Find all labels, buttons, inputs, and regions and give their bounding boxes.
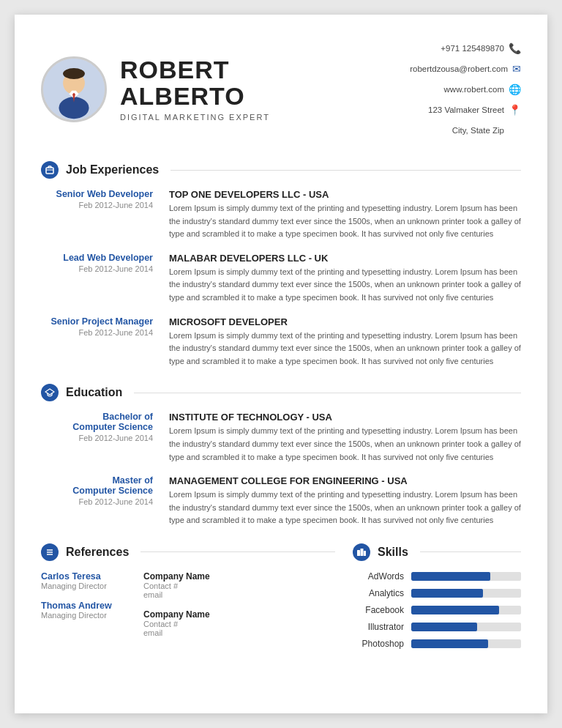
skills-header: Skills — [353, 543, 521, 561]
exp-role: Senior Web Developer — [41, 189, 153, 199]
references-divider — [140, 551, 335, 552]
edu-right: MANAGEMENT COLLEGE FOR ENGINEERING - USA… — [169, 475, 521, 527]
edu-date: Feb 2012-June 2014 — [41, 497, 153, 506]
ref-name: Thomas Andrew — [41, 601, 143, 611]
skill-bar-fill — [411, 589, 483, 598]
experience-item: Senior Web Developer Feb 2012-June 2014 … — [41, 189, 521, 241]
experience-section: Job Experiences Senior Web Developer Feb… — [41, 161, 521, 368]
experience-header: Job Experiences — [41, 161, 521, 179]
edu-role: Bachelor ofComputer Science — [41, 412, 153, 432]
skill-bar-bg — [411, 623, 521, 631]
refs-col-right: Company Name Contact # email Company Nam… — [143, 571, 335, 647]
edu-company: MANAGEMENT COLLEGE FOR ENGINEERING - USA — [169, 475, 521, 486]
phone-icon: 📞 — [509, 38, 521, 59]
phone-text: +971 125489870 — [441, 40, 504, 57]
exp-right: MALABAR DEVELOPERS LLC - UK Lorem Ipsum … — [169, 253, 521, 305]
experience-list: Senior Web Developer Feb 2012-June 2014 … — [41, 189, 521, 368]
experience-item: Lead Web Developer Feb 2012-June 2014 MA… — [41, 253, 521, 305]
address-row1: 123 Valmaker Street 📍 — [410, 100, 521, 120]
experience-item: Senior Project Manager Feb 2012-June 201… — [41, 316, 521, 368]
edu-left: Master ofComputer Science Feb 2012-June … — [41, 475, 169, 527]
exp-company: MICROSOFT DEVELOPER — [169, 316, 521, 327]
email-icon: ✉ — [512, 59, 521, 79]
skill-label: Photoshop — [353, 639, 404, 649]
ref-role: Managing Director — [41, 582, 143, 590]
address2-text: City, State Zip — [452, 122, 504, 139]
education-item: Bachelor ofComputer Science Feb 2012-Jun… — [41, 412, 521, 464]
skills-title: Skills — [378, 546, 408, 559]
resume-header: ROBERT ALBERTO DIGITAL MARKETING EXPERT … — [41, 38, 521, 141]
experience-icon — [41, 161, 59, 179]
skill-label: Facebook — [353, 605, 404, 615]
svg-rect-12 — [357, 550, 360, 556]
ref-email: email — [143, 628, 335, 637]
experience-divider — [171, 170, 521, 171]
svg-marker-8 — [45, 389, 54, 395]
svg-rect-6 — [46, 168, 53, 174]
skill-bar-bg — [411, 606, 521, 614]
ref-person: Thomas Andrew Managing Director — [41, 601, 143, 620]
svg-rect-13 — [361, 549, 364, 556]
avatar — [41, 56, 107, 122]
refs-inner: Carlos Teresa Managing Director Thomas A… — [41, 571, 335, 647]
edu-role: Master ofComputer Science — [41, 475, 153, 496]
exp-desc: Lorem Ipsum is simply dummy text of the … — [169, 202, 521, 241]
contact-info: +971 125489870 📞 robertdzousa@robert.com… — [410, 38, 521, 141]
skills-divider — [420, 551, 521, 552]
ref-contact: Contact # — [143, 582, 335, 590]
ref-contact: Contact # — [143, 620, 335, 628]
web-icon: 🌐 — [509, 79, 521, 100]
education-header: Education — [41, 384, 521, 401]
edu-right: INSTITUTE OF TECHNOLOGY - USA Lorem Ipsu… — [169, 412, 521, 464]
references-icon — [41, 543, 59, 561]
job-title: DIGITAL MARKETING EXPERT — [120, 113, 270, 122]
skill-bar-fill — [411, 572, 490, 581]
ref-name: Carlos Teresa — [41, 571, 143, 582]
skill-bar-fill — [411, 623, 477, 631]
skill-row: Analytics — [353, 588, 521, 598]
exp-company: TOP ONE DEVELOPERS LLC - USA — [169, 189, 521, 200]
exp-left: Senior Project Manager Feb 2012-June 201… — [41, 316, 169, 368]
skill-label: Illustrator — [353, 622, 404, 632]
education-title: Education — [66, 386, 122, 399]
resume-container: ROBERT ALBERTO DIGITAL MARKETING EXPERT … — [15, 15, 547, 713]
skill-row: Facebook — [353, 605, 521, 615]
references-section: References Carlos Teresa Managing Direct… — [41, 543, 353, 655]
address-row2: City, State Zip 📍 — [410, 120, 521, 141]
skill-row: Photoshop — [353, 639, 521, 649]
skill-bar-bg — [411, 589, 521, 598]
references-title: References — [66, 546, 129, 559]
ref-email: email — [143, 590, 335, 599]
ref-company: Company Name — [143, 571, 335, 582]
edu-left: Bachelor ofComputer Science Feb 2012-Jun… — [41, 412, 169, 464]
skills-list: AdWords Analytics Facebook Illustrator P… — [353, 571, 521, 649]
bottom-row: References Carlos Teresa Managing Direct… — [41, 543, 521, 655]
skill-row: Illustrator — [353, 622, 521, 632]
edu-company: INSTITUTE OF TECHNOLOGY - USA — [169, 412, 521, 423]
exp-company: MALABAR DEVELOPERS LLC - UK — [169, 253, 521, 264]
exp-left: Senior Web Developer Feb 2012-June 2014 — [41, 189, 169, 241]
name-block: ROBERT ALBERTO DIGITAL MARKETING EXPERT — [120, 57, 270, 121]
email-text: robertdzousa@robert.com — [410, 61, 508, 78]
exp-date: Feb 2012-June 2014 — [41, 264, 153, 273]
ref-info: Company Name Contact # email — [143, 571, 335, 599]
website-row: www.robert.com 🌐 — [410, 79, 521, 100]
edu-desc: Lorem Ipsum is simply dummy text of the … — [169, 489, 521, 527]
references-list: Carlos Teresa Managing Director Thomas A… — [41, 571, 335, 647]
exp-left: Lead Web Developer Feb 2012-June 2014 — [41, 253, 169, 305]
exp-date: Feb 2012-June 2014 — [41, 328, 153, 337]
exp-role: Lead Web Developer — [41, 253, 153, 263]
skill-bar-fill — [411, 606, 499, 614]
phone-row: +971 125489870 📞 — [410, 38, 521, 59]
experience-title: Job Experiences — [66, 163, 159, 177]
skill-label: Analytics — [353, 588, 404, 598]
exp-right: TOP ONE DEVELOPERS LLC - USA Lorem Ipsum… — [169, 189, 521, 241]
education-item: Master ofComputer Science Feb 2012-June … — [41, 475, 521, 527]
skill-bar-bg — [411, 639, 521, 648]
references-header: References — [41, 543, 335, 561]
last-name: ALBERTO — [120, 83, 270, 110]
location-icon: 📍 — [509, 100, 521, 120]
skill-row: AdWords — [353, 571, 521, 582]
ref-role: Managing Director — [41, 611, 143, 620]
exp-right: MICROSOFT DEVELOPER Lorem Ipsum is simpl… — [169, 316, 521, 368]
